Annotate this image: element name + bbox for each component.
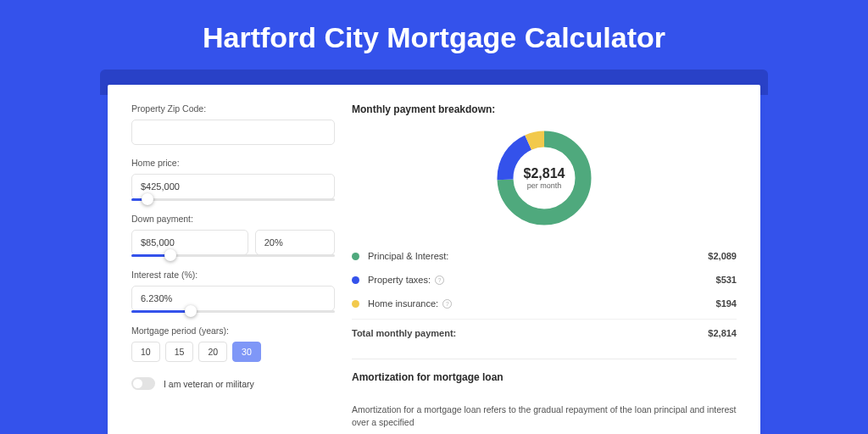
donut-amount: $2,814 — [524, 166, 565, 181]
legend-total: Total monthly payment: $2,814 — [352, 319, 737, 345]
donut-wrap: $2,814 per month — [352, 127, 737, 229]
divider — [352, 359, 737, 359]
zip-field-group: Property Zip Code: — [131, 103, 335, 145]
period-btn-10[interactable]: 10 — [131, 342, 160, 362]
info-icon[interactable]: ? — [442, 299, 452, 309]
legend-insurance-label: Home insurance: ? — [368, 298, 716, 309]
period-row: 10 15 20 30 — [131, 342, 335, 362]
legend-insurance-text: Home insurance: — [368, 298, 438, 309]
calculator-panel: Property Zip Code: Home price: Down paym… — [108, 85, 760, 434]
form-column: Property Zip Code: Home price: Down paym… — [131, 103, 335, 428]
info-icon[interactable]: ? — [435, 275, 444, 285]
home-price-input[interactable] — [131, 174, 335, 199]
legend-taxes-value: $531 — [716, 275, 737, 285]
veteran-toggle[interactable] — [131, 377, 155, 390]
down-payment-label: Down payment: — [131, 214, 335, 224]
donut-center: $2,814 per month — [524, 166, 565, 190]
home-price-slider-thumb[interactable] — [142, 193, 153, 205]
down-payment-pct-input[interactable] — [255, 230, 335, 255]
veteran-row: I am veteran or military — [131, 377, 335, 390]
legend-total-value: $2,814 — [708, 328, 737, 338]
home-price-label: Home price: — [131, 158, 335, 168]
legend-taxes-text: Property taxes: — [368, 275, 431, 285]
down-payment-slider-thumb[interactable] — [164, 249, 176, 261]
legend-total-label: Total monthly payment: — [352, 328, 708, 338]
legend-principal-label: Principal & Interest: — [368, 251, 708, 261]
legend-principal: Principal & Interest: $2,089 — [352, 244, 737, 268]
dot-insurance-icon — [352, 300, 359, 308]
zip-input[interactable] — [131, 120, 335, 145]
dot-principal-icon — [352, 253, 359, 260]
zip-label: Property Zip Code: — [131, 103, 335, 114]
legend-insurance: Home insurance: ? $194 — [352, 292, 737, 315]
donut-sub: per month — [524, 181, 565, 190]
legend-principal-value: $2,089 — [708, 251, 737, 261]
down-payment-group: Down payment: — [131, 214, 335, 257]
legend-taxes: Property taxes: ? $531 — [352, 268, 737, 292]
veteran-toggle-knob — [133, 379, 142, 388]
period-btn-30[interactable]: 30 — [232, 342, 261, 362]
period-label: Mortgage period (years): — [131, 326, 335, 336]
amortization-text: Amortization for a mortgage loan refers … — [352, 403, 737, 428]
down-payment-slider[interactable] — [131, 254, 335, 257]
home-price-slider[interactable] — [131, 198, 335, 201]
donut-chart: $2,814 per month — [493, 127, 595, 229]
period-btn-15[interactable]: 15 — [165, 342, 194, 362]
interest-rate-label: Interest rate (%): — [131, 270, 335, 280]
legend-insurance-value: $194 — [716, 298, 737, 309]
breakdown-column: Monthly payment breakdown: $2,814 per mo… — [352, 103, 737, 428]
legend-taxes-label: Property taxes: ? — [368, 275, 716, 285]
home-price-group: Home price: — [131, 158, 335, 201]
amortization-title: Amortization for mortgage loan — [352, 371, 737, 383]
dot-taxes-icon — [352, 276, 359, 284]
page-title: Hartford City Mortgage Calculator — [0, 0, 868, 70]
interest-rate-slider[interactable] — [131, 310, 335, 313]
interest-rate-input[interactable] — [131, 286, 335, 311]
period-group: Mortgage period (years): 10 15 20 30 — [131, 326, 335, 362]
interest-rate-slider-thumb[interactable] — [185, 305, 197, 317]
down-payment-input[interactable] — [131, 230, 248, 255]
veteran-label: I am veteran or military — [164, 379, 254, 389]
interest-rate-group: Interest rate (%): — [131, 270, 335, 313]
period-btn-20[interactable]: 20 — [198, 342, 227, 362]
breakdown-title: Monthly payment breakdown: — [352, 103, 737, 115]
